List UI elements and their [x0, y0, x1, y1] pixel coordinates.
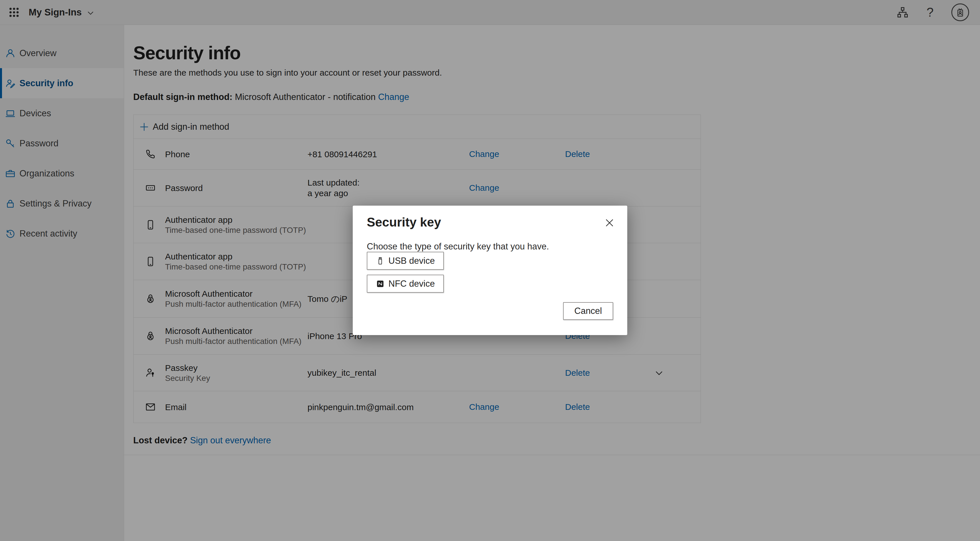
usb-device-button[interactable]: USB device [367, 252, 444, 270]
nfc-device-button[interactable]: NFC device [367, 274, 444, 293]
cancel-button[interactable]: Cancel [563, 302, 613, 320]
cancel-button-label: Cancel [574, 306, 602, 316]
usb-stick-icon [376, 257, 385, 265]
dialog-message: Choose the type of security key that you… [367, 241, 549, 252]
close-icon[interactable] [604, 217, 615, 228]
usb-button-label: USB device [388, 256, 435, 266]
nfc-button-label: NFC device [388, 279, 435, 289]
security-key-dialog: Security key Choose the type of security… [353, 206, 627, 335]
dialog-title: Security key [367, 215, 441, 229]
nfc-icon [376, 279, 385, 288]
